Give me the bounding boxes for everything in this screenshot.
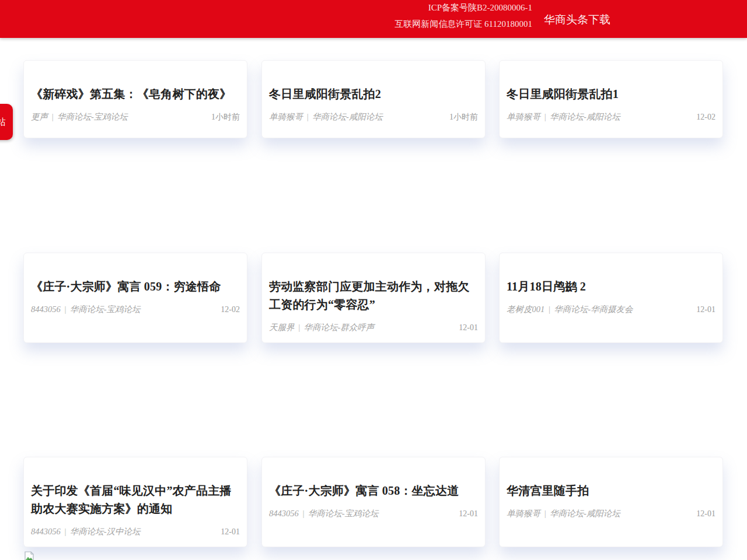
article-time: 1小时前 bbox=[211, 112, 240, 123]
article-source: 单骑猴哥|华商论坛-咸阳论坛 bbox=[269, 111, 383, 123]
article-title[interactable]: 劳动监察部门应更加主动作为，对拖欠工资的行为“零容忍” bbox=[269, 278, 478, 314]
article-source: 天服界|华商论坛-群众呼声 bbox=[269, 322, 374, 333]
article-meta: 8443056|华商论坛-宝鸡论坛 12-01 bbox=[269, 508, 478, 519]
article-forum: 华商论坛-咸阳论坛 bbox=[312, 112, 383, 121]
article-author: 8443056 bbox=[269, 509, 299, 518]
article-card[interactable]: 冬日里咸阳街景乱拍1 单骑猴哥|华商论坛-咸阳论坛 12-02 bbox=[499, 60, 723, 138]
news-license-line: 互联网新闻信息许可证 61120180001 bbox=[395, 19, 532, 30]
icp-license-line: ICP备案号陕B2-20080006-1 bbox=[428, 2, 532, 13]
article-source: 8443056|华商论坛-宝鸡论坛 bbox=[269, 508, 379, 519]
article-card[interactable]: 11月18日鸬鹚 2 老树皮001|华商论坛-华商摄友会 12-01 bbox=[499, 253, 723, 343]
article-author: 更声 bbox=[31, 112, 48, 121]
article-source: 单骑猴哥|华商论坛-咸阳论坛 bbox=[507, 508, 620, 519]
article-author: 单骑猴哥 bbox=[507, 509, 540, 518]
article-card[interactable]: 华清宫里随手拍 单骑猴哥|华商论坛-咸阳论坛 12-01 bbox=[499, 457, 723, 547]
article-title[interactable]: 11月18日鸬鹚 2 bbox=[507, 278, 715, 296]
article-card[interactable]: 《庄子·大宗师》寓言 058：坐忘达道 8443056|华商论坛-宝鸡论坛 12… bbox=[261, 457, 486, 547]
article-author: 8443056 bbox=[31, 527, 61, 536]
article-time: 1小时前 bbox=[449, 112, 478, 123]
article-forum: 华商论坛-汉中论坛 bbox=[70, 527, 141, 536]
article-meta: 单骑猴哥|华商论坛-咸阳论坛 12-02 bbox=[507, 111, 715, 123]
article-title[interactable]: 《新碎戏》第五集：《皂角树下的夜》 bbox=[31, 85, 240, 103]
article-card[interactable]: 《庄子·大宗师》寓言 059：穷途悟命 8443056|华商论坛-宝鸡论坛 12… bbox=[23, 253, 247, 343]
article-meta: 老树皮001|华商论坛-华商摄友会 12-01 bbox=[507, 304, 715, 315]
article-card[interactable]: 冬日里咸阳街景乱拍2 单骑猴哥|华商论坛-咸阳论坛 1小时前 bbox=[261, 60, 486, 138]
article-title[interactable]: 《庄子·大宗师》寓言 059：穷途悟命 bbox=[31, 278, 240, 296]
app-download-link[interactable]: 华商头条下载 bbox=[544, 12, 610, 27]
article-title[interactable]: 《庄子·大宗师》寓言 058：坐忘达道 bbox=[269, 482, 478, 500]
article-author: 8443056 bbox=[31, 304, 61, 314]
meta-separator: | bbox=[64, 527, 67, 536]
article-title[interactable]: 冬日里咸阳街景乱拍2 bbox=[269, 85, 478, 103]
article-forum: 华商论坛-咸阳论坛 bbox=[550, 112, 620, 121]
article-meta: 单骑猴哥|华商论坛-咸阳论坛 1小时前 bbox=[269, 111, 478, 123]
meta-separator: | bbox=[302, 509, 305, 518]
article-card[interactable]: 关于印发《首届“味见汉中”农产品主播助农大赛实施方案》的通知 8443056|华… bbox=[23, 457, 247, 547]
meta-separator: | bbox=[306, 112, 309, 121]
article-time: 12-02 bbox=[696, 113, 715, 122]
article-author: 单骑猴哥 bbox=[507, 112, 540, 121]
meta-separator: | bbox=[544, 112, 546, 121]
broken-image-icon bbox=[23, 551, 35, 560]
article-forum: 华商论坛-咸阳论坛 bbox=[550, 509, 620, 518]
article-time: 12-01 bbox=[696, 305, 715, 314]
meta-separator: | bbox=[544, 509, 546, 518]
article-source: 8443056|华商论坛-宝鸡论坛 bbox=[31, 304, 141, 315]
meta-separator: | bbox=[548, 304, 550, 314]
article-card[interactable]: 《新碎戏》第五集：《皂角树下的夜》 更声|华商论坛-宝鸡论坛 1小时前 bbox=[23, 60, 247, 138]
article-source: 更声|华商论坛-宝鸡论坛 bbox=[31, 111, 128, 123]
meta-separator: | bbox=[298, 323, 301, 332]
article-forum: 华商论坛-华商摄友会 bbox=[554, 304, 633, 314]
left-edge-tab-label: 站 bbox=[0, 117, 6, 128]
article-meta: 更声|华商论坛-宝鸡论坛 1小时前 bbox=[31, 111, 240, 123]
article-time: 12-01 bbox=[696, 509, 715, 519]
meta-separator: | bbox=[51, 112, 54, 121]
article-author: 天服界 bbox=[269, 323, 295, 332]
left-edge-tab[interactable]: 站 bbox=[0, 104, 13, 140]
article-source: 老树皮001|华商论坛-华商摄友会 bbox=[507, 304, 633, 315]
article-card[interactable]: 劳动监察部门应更加主动作为，对拖欠工资的行为“零容忍” 天服界|华商论坛-群众呼… bbox=[261, 253, 486, 343]
meta-separator: | bbox=[64, 304, 67, 314]
article-forum: 华商论坛-群众呼声 bbox=[304, 323, 375, 332]
article-forum: 华商论坛-宝鸡论坛 bbox=[70, 304, 141, 314]
article-source: 单骑猴哥|华商论坛-咸阳论坛 bbox=[507, 111, 620, 123]
article-forum: 华商论坛-宝鸡论坛 bbox=[57, 112, 128, 121]
article-author: 老树皮001 bbox=[507, 304, 544, 314]
article-time: 12-01 bbox=[459, 323, 478, 332]
article-meta: 8443056|华商论坛-汉中论坛 12-01 bbox=[31, 526, 240, 537]
article-title[interactable]: 华清宫里随手拍 bbox=[507, 482, 715, 500]
article-meta: 天服界|华商论坛-群众呼声 12-01 bbox=[269, 322, 478, 333]
article-source: 8443056|华商论坛-汉中论坛 bbox=[31, 526, 141, 537]
article-author: 单骑猴哥 bbox=[269, 112, 303, 121]
article-title[interactable]: 冬日里咸阳街景乱拍1 bbox=[507, 85, 715, 103]
top-header-bar: ICP备案号陕B2-20080006-1 互联网新闻信息许可证 61120180… bbox=[0, 0, 747, 38]
article-meta: 8443056|华商论坛-宝鸡论坛 12-02 bbox=[31, 304, 240, 315]
article-meta: 单骑猴哥|华商论坛-咸阳论坛 12-01 bbox=[507, 508, 715, 519]
article-time: 12-01 bbox=[221, 527, 240, 537]
article-time: 12-01 bbox=[459, 509, 478, 519]
article-time: 12-02 bbox=[221, 305, 240, 314]
article-forum: 华商论坛-宝鸡论坛 bbox=[308, 509, 379, 518]
article-title[interactable]: 关于印发《首届“味见汉中”农产品主播助农大赛实施方案》的通知 bbox=[31, 482, 240, 518]
